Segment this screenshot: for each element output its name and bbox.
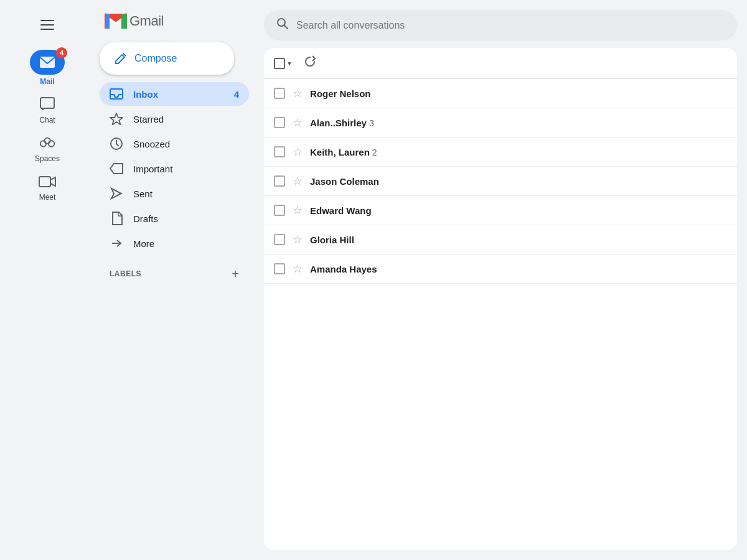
svg-marker-12	[110, 113, 123, 125]
nav-item-meet[interactable]: Meet	[0, 168, 95, 207]
search-input[interactable]	[296, 20, 725, 31]
more-icon	[110, 236, 123, 250]
star-icon-6[interactable]: ☆	[293, 233, 303, 246]
drafts-label: Drafts	[133, 213, 158, 224]
labels-title: LABELS	[110, 269, 141, 278]
star-icon-7[interactable]: ☆	[293, 262, 303, 276]
important-icon	[110, 162, 123, 175]
svg-point-4	[44, 138, 50, 144]
gmail-logo: Gmail	[100, 7, 249, 42]
sidebar: Gmail Compose Inbox 4	[95, 0, 254, 560]
thread-count-2: 3	[369, 118, 374, 128]
star-icon-3[interactable]: ☆	[293, 145, 303, 159]
snoozed-label: Snoozed	[133, 139, 170, 149]
sender-name-1: Roger Nelson	[310, 88, 422, 99]
select-all-checkbox[interactable]	[274, 58, 285, 69]
main-content: ▾ ☆ Roger Nelson ☆ Alan..Shirley3	[254, 0, 747, 560]
meet-label: Meet	[39, 193, 56, 202]
email-row-4[interactable]: ☆ Jason Coleman	[264, 167, 737, 196]
inbox-icon	[110, 87, 123, 101]
thread-count-3: 2	[372, 147, 377, 157]
sender-name-4: Jason Coleman	[310, 176, 422, 187]
inbox-count: 4	[234, 89, 239, 100]
email-checkbox-6[interactable]	[274, 234, 285, 245]
star-icon-2[interactable]: ☆	[293, 116, 303, 129]
more-label: More	[133, 238, 154, 249]
sender-name-5: Edward Wang	[310, 205, 422, 216]
sidebar-item-inbox[interactable]: Inbox 4	[100, 82, 249, 106]
sidebar-item-drafts[interactable]: Drafts	[100, 207, 249, 230]
search-bar[interactable]	[264, 10, 737, 40]
email-checkbox-3[interactable]	[274, 146, 285, 157]
snoozed-icon	[110, 137, 123, 151]
svg-point-2	[40, 141, 46, 146]
email-row-2[interactable]: ☆ Alan..Shirley3	[264, 108, 737, 138]
chat-icon	[39, 96, 56, 113]
sender-name-3: Keith, Lauren2	[310, 147, 422, 157]
important-label: Important	[133, 164, 172, 174]
search-icon	[276, 17, 289, 33]
chat-label: Chat	[39, 116, 55, 124]
sidebar-item-sent[interactable]: Sent	[100, 182, 249, 205]
labels-section: LABELS +	[100, 260, 249, 282]
svg-rect-1	[40, 98, 54, 108]
nav-rail: 4 Mail Chat Spaces Meet	[0, 0, 95, 560]
sent-label: Sent	[133, 189, 153, 199]
drafts-icon	[110, 212, 123, 225]
email-list: ▾ ☆ Roger Nelson ☆ Alan..Shirley3	[264, 48, 737, 550]
compose-label: Compose	[134, 53, 177, 64]
sidebar-item-starred[interactable]: Starred	[100, 107, 249, 131]
email-checkbox-4[interactable]	[274, 175, 285, 187]
compose-button[interactable]: Compose	[100, 42, 234, 75]
email-checkbox-2[interactable]	[274, 117, 285, 128]
svg-rect-9	[105, 14, 110, 29]
meet-icon	[39, 173, 56, 190]
starred-label: Starred	[133, 114, 164, 124]
select-dropdown-arrow[interactable]: ▾	[288, 59, 291, 68]
email-row-1[interactable]: ☆ Roger Nelson	[264, 79, 737, 108]
add-label-button[interactable]: +	[232, 268, 239, 280]
star-icon-4[interactable]: ☆	[293, 174, 303, 188]
mail-icon	[39, 56, 55, 68]
svg-marker-15	[111, 189, 121, 198]
starred-icon	[110, 112, 123, 126]
email-checkbox-7[interactable]	[274, 263, 285, 274]
svg-marker-14	[110, 164, 123, 174]
select-all-area[interactable]: ▾	[274, 58, 291, 69]
email-checkbox-1[interactable]	[274, 88, 285, 99]
nav-item-mail[interactable]: 4 Mail	[0, 45, 95, 91]
gmail-text: Gmail	[129, 13, 164, 29]
sender-name-7: Amanda Hayes	[310, 264, 422, 274]
gmail-m-logo	[105, 12, 127, 30]
nav-item-chat[interactable]: Chat	[0, 91, 95, 129]
sent-icon	[110, 187, 123, 200]
email-row-3[interactable]: ☆ Keith, Lauren2	[264, 138, 737, 167]
menu-button[interactable]	[32, 10, 62, 40]
star-icon-5[interactable]: ☆	[293, 203, 303, 217]
sidebar-item-important[interactable]: Important	[100, 157, 249, 180]
svg-rect-10	[121, 14, 126, 29]
refresh-button[interactable]	[304, 55, 316, 71]
mail-label: Mail	[40, 77, 54, 86]
inbox-label: Inbox	[133, 89, 158, 100]
spaces-icon	[39, 134, 56, 152]
sender-name-2: Alan..Shirley3	[310, 118, 422, 128]
svg-point-16	[278, 19, 285, 26]
spaces-label: Spaces	[35, 154, 60, 163]
svg-rect-5	[39, 177, 50, 187]
svg-point-3	[49, 141, 54, 146]
sidebar-nav-items: Inbox 4 Starred Snoozed	[100, 82, 249, 255]
nav-item-spaces[interactable]: Spaces	[0, 129, 95, 168]
email-row-7[interactable]: ☆ Amanda Hayes	[264, 254, 737, 284]
sidebar-item-more[interactable]: More	[100, 231, 249, 255]
email-row-5[interactable]: ☆ Edward Wang	[264, 196, 737, 225]
email-toolbar: ▾	[264, 48, 737, 79]
sidebar-item-snoozed[interactable]: Snoozed	[100, 132, 249, 156]
email-row-6[interactable]: ☆ Gloria Hill	[264, 225, 737, 254]
star-icon-1[interactable]: ☆	[293, 86, 303, 100]
compose-icon	[115, 52, 127, 65]
sender-name-6: Gloria Hill	[310, 235, 422, 245]
email-checkbox-5[interactable]	[274, 205, 285, 216]
mail-badge: 4	[56, 47, 67, 58]
